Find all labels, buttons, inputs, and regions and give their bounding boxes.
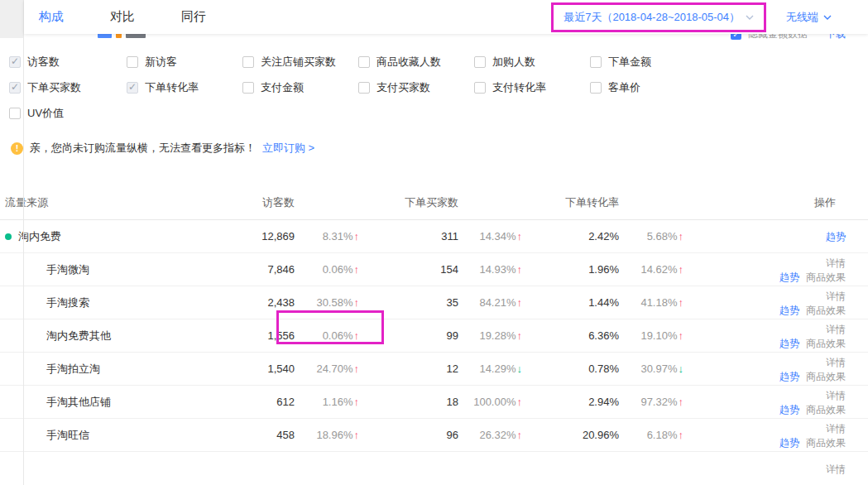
checkbox-icon[interactable] — [242, 82, 254, 94]
checkbox-icon[interactable] — [127, 56, 138, 68]
traffic-source-table: 流量来源 访客数 下单买家数 下单转化率 操作 淘内免费 12,869 8.31… — [0, 185, 868, 485]
cell-conversion-change: 97.32%↑ — [619, 396, 683, 408]
metric-checkbox-支付金额[interactable]: 支付金额 — [242, 80, 358, 95]
metric-label: 支付金额 — [261, 80, 304, 95]
checkbox-icon[interactable] — [590, 82, 602, 94]
checkbox-icon[interactable] — [9, 56, 21, 68]
metric-checkbox-关注店铺买家数[interactable]: 关注店铺买家数 — [242, 55, 358, 70]
product-effect-link[interactable]: 商品效果 — [806, 371, 846, 382]
detail-link[interactable]: 详情 — [826, 324, 846, 335]
col-conversion: 下单转化率 — [522, 195, 619, 210]
product-effect-link[interactable]: 商品效果 — [806, 404, 846, 415]
metric-checkbox-下单金额[interactable]: 下单金额 — [590, 55, 868, 70]
chevron-down-icon — [746, 15, 754, 20]
detail-link[interactable]: 详情 — [826, 257, 846, 269]
metric-checkbox-客单价[interactable]: 客单价 — [590, 80, 868, 95]
tab-对比[interactable]: 对比 — [110, 9, 135, 25]
table-row: 手淘拍立淘 1,540 24.70%↑ 12 14.29%↓ 0.78% 30.… — [0, 353, 868, 386]
metric-label: 支付转化率 — [492, 80, 546, 95]
row-actions: 趋势 — [683, 222, 846, 252]
trend-link[interactable]: 趋势 — [779, 338, 799, 349]
metric-checkbox-下单买家数[interactable]: 下单买家数 — [9, 80, 127, 95]
checkbox-icon[interactable] — [9, 82, 21, 94]
tab-同行[interactable]: 同行 — [181, 9, 206, 25]
date-range-label: 最近7天（2018-04-28~2018-05-04） — [563, 10, 740, 25]
trend-link[interactable]: 趋势 — [779, 371, 799, 382]
metric-checkbox-新访客[interactable]: 新访客 — [127, 55, 242, 70]
metric-checkbox-访客数[interactable]: 访客数 — [9, 55, 127, 70]
table-row: 手淘其他店铺 612 1.16%↑ 18 100.00%↑ 2.94% 97.3… — [0, 386, 868, 419]
table-row: 淘内免费 12,869 8.31%↑ 311 14.34%↑ 2.42% 5.6… — [0, 220, 868, 253]
cell-visitors: 2,438 — [253, 296, 295, 309]
source-name: 手淘旺信 — [5, 428, 253, 443]
tab-构成[interactable]: 构成 — [39, 9, 64, 25]
metric-checkbox-支付买家数[interactable]: 支付买家数 — [358, 80, 474, 95]
cell-visitors-change: 8.31%↑ — [295, 230, 359, 242]
analytics-page: ✓ 隐藏金额数据 下载 构成对比同行 最近7天（2018-04-28~2018-… — [0, 0, 868, 485]
cell-visitors: 1,556 — [253, 329, 295, 342]
metric-checkbox-支付转化率[interactable]: 支付转化率 — [474, 80, 590, 95]
top-bar: 构成对比同行 最近7天（2018-04-28~2018-05-04） 无线端 — [24, 0, 868, 34]
checkbox-icon[interactable] — [474, 82, 486, 94]
metric-label: 支付买家数 — [376, 80, 430, 95]
col-order-buyers: 下单买家数 — [359, 195, 458, 210]
checkbox-icon[interactable] — [9, 108, 21, 119]
detail-link[interactable]: 详情 — [826, 463, 846, 475]
checkbox-icon[interactable] — [242, 56, 254, 68]
checkbox-icon[interactable] — [358, 56, 370, 68]
detail-link[interactable]: 详情 — [826, 423, 846, 435]
cell-conversion-change: 5.68%↑ — [619, 230, 683, 242]
metric-label: 新访客 — [145, 55, 177, 70]
channel-selector[interactable]: 无线端 — [786, 10, 832, 25]
product-effect-link[interactable]: 商品效果 — [806, 338, 846, 349]
cell-order-buyers: 12 — [359, 363, 458, 375]
date-range-picker[interactable]: 最近7天（2018-04-28~2018-05-04） — [551, 2, 766, 32]
col-visitors: 访客数 — [253, 195, 295, 210]
metric-label: 访客数 — [27, 55, 60, 70]
metric-checkbox-下单转化率[interactable]: 下单转化率 — [127, 80, 242, 95]
trend-link[interactable]: 趋势 — [779, 404, 799, 415]
product-effect-link[interactable]: 商品效果 — [806, 305, 846, 316]
order-now-link[interactable]: 立即订购 > — [262, 141, 314, 156]
trend-link[interactable]: 趋势 — [779, 437, 799, 449]
row-actions: 详情趋势商品效果 — [683, 354, 846, 384]
table-row: 手淘微淘 7,846 0.06%↑ 154 14.93%↑ 1.96% 14.6… — [0, 253, 868, 286]
metric-label: 商品收藏人数 — [376, 55, 441, 70]
table-body: 淘内免费 12,869 8.31%↑ 311 14.34%↑ 2.42% 5.6… — [0, 220, 868, 485]
trend-link[interactable]: 趋势 — [779, 271, 799, 283]
row-actions: 详情趋势商品效果 — [683, 420, 846, 450]
detail-link[interactable]: 详情 — [826, 390, 846, 401]
checkbox-icon[interactable] — [590, 56, 602, 68]
table-row: 详情 — [0, 452, 868, 485]
metric-checkbox-加购人数[interactable]: 加购人数 — [474, 55, 590, 70]
row-actions: 详情趋势商品效果 — [683, 288, 846, 318]
detail-link[interactable]: 详情 — [826, 291, 846, 302]
row-actions: 详情趋势商品效果 — [683, 321, 846, 351]
cell-order-buyers-change: 100.00%↑ — [458, 396, 522, 408]
metric-checkbox-UV价值[interactable]: UV价值 — [9, 106, 127, 121]
product-effect-link[interactable]: 商品效果 — [806, 271, 846, 283]
cell-order-buyers: 99 — [359, 329, 458, 342]
product-effect-link[interactable]: 商品效果 — [806, 437, 846, 449]
cell-visitors: 1,540 — [253, 363, 295, 375]
notice-text: 亲，您尚未订购流量纵横，无法查看更多指标！ — [30, 141, 256, 156]
subscription-notice: ! 亲，您尚未订购流量纵横，无法查看更多指标！ 立即订购 > — [11, 141, 868, 156]
col-source: 流量来源 — [5, 195, 253, 210]
metric-checkbox-商品收藏人数[interactable]: 商品收藏人数 — [358, 55, 474, 70]
metric-label: 下单转化率 — [145, 80, 199, 95]
cell-order-buyers: 311 — [359, 230, 458, 242]
cell-visitors-change: 30.58%↑ — [295, 296, 359, 309]
source-name: 淘内免费 — [5, 229, 253, 244]
source-name: 手淘拍立淘 — [5, 362, 253, 377]
checkbox-icon[interactable] — [474, 56, 486, 68]
trend-link[interactable]: 趋势 — [826, 231, 846, 242]
source-name: 淘内免费其他 — [5, 329, 253, 343]
checkbox-icon[interactable] — [127, 82, 138, 94]
detail-link[interactable]: 详情 — [826, 357, 846, 368]
checkbox-icon[interactable] — [358, 82, 370, 94]
cell-conversion: 1.44% — [522, 296, 619, 309]
trend-link[interactable]: 趋势 — [779, 305, 799, 316]
cell-order-buyers: 96 — [359, 429, 458, 441]
table-row: 手淘搜索 2,438 30.58%↑ 35 84.21%↑ 1.44% 41.1… — [0, 286, 868, 319]
cell-conversion-change: 14.62%↑ — [619, 263, 683, 276]
